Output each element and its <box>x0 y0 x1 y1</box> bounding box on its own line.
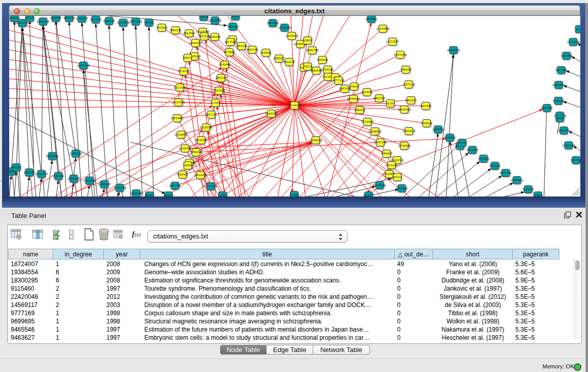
svg-text:954012: 954012 <box>145 194 155 196</box>
svg-text:11123: 11123 <box>576 28 580 31</box>
svg-text:9457791: 9457791 <box>169 184 181 187</box>
svg-text:15692971: 15692971 <box>557 129 570 132</box>
svg-text:16154808: 16154808 <box>377 27 389 30</box>
svg-text:15751074: 15751074 <box>567 40 580 43</box>
svg-text:9084067: 9084067 <box>381 152 393 155</box>
svg-text:6497508: 6497508 <box>339 87 351 90</box>
svg-text:10688609: 10688609 <box>368 130 381 133</box>
svg-text:939197: 939197 <box>458 141 467 144</box>
svg-text:15720407: 15720407 <box>361 120 374 123</box>
svg-text:8454749: 8454749 <box>247 48 258 51</box>
svg-text:9146821: 9146821 <box>260 51 272 54</box>
svg-text:160994: 160994 <box>183 164 193 167</box>
svg-text:5498222: 5498222 <box>190 150 202 154</box>
svg-text:12213389: 12213389 <box>173 86 186 89</box>
svg-text:19166825: 19166825 <box>175 133 187 136</box>
svg-text:1156829: 1156829 <box>24 171 34 174</box>
svg-text:1588527: 1588527 <box>273 57 285 60</box>
svg-text:8912954: 8912954 <box>184 32 195 35</box>
svg-text:2867608: 2867608 <box>236 45 247 48</box>
svg-text:1167534: 1167534 <box>571 159 580 162</box>
svg-text:17359924: 17359924 <box>70 152 82 155</box>
svg-text:9327508: 9327508 <box>225 40 236 43</box>
svg-text:18907249: 18907249 <box>374 141 387 144</box>
svg-text:989021: 989021 <box>183 56 192 59</box>
svg-text:9463627: 9463627 <box>405 99 417 102</box>
svg-text:10807487: 10807487 <box>373 97 386 100</box>
svg-text:9227349: 9227349 <box>556 69 567 72</box>
svg-text:10653267: 10653267 <box>76 17 89 20</box>
svg-text:104523: 104523 <box>218 194 228 196</box>
svg-text:12342757: 12342757 <box>35 172 48 176</box>
svg-text:954671: 954671 <box>25 16 35 19</box>
svg-text:252214: 252214 <box>393 176 402 179</box>
svg-text:8813054: 8813054 <box>267 21 278 25</box>
svg-text:9699695: 9699695 <box>421 122 432 125</box>
svg-text:9474444: 9474444 <box>467 148 478 151</box>
svg-text:1065387: 1065387 <box>50 16 61 19</box>
svg-text:16961758: 16961758 <box>306 49 319 52</box>
svg-text:2803144: 2803144 <box>215 76 227 79</box>
svg-text:19384554: 19384554 <box>310 139 322 142</box>
svg-text:12353594: 12353594 <box>200 126 212 129</box>
svg-text:845061: 845061 <box>12 166 21 169</box>
svg-text:10654965: 10654965 <box>171 117 184 120</box>
svg-text:7485063: 7485063 <box>400 68 411 71</box>
svg-text:751552: 751552 <box>144 21 154 24</box>
svg-text:18300295: 18300295 <box>265 112 278 115</box>
svg-text:2718129: 2718129 <box>178 70 189 73</box>
svg-text:8990448: 8990448 <box>311 69 322 72</box>
svg-text:79515: 79515 <box>303 65 312 68</box>
svg-text:7357224: 7357224 <box>227 25 238 28</box>
svg-text:8427552: 8427552 <box>213 89 225 92</box>
svg-text:20691406: 20691406 <box>37 20 50 23</box>
svg-text:5878352: 5878352 <box>195 139 207 142</box>
svg-text:14136141: 14136141 <box>374 184 386 187</box>
svg-text:5938923: 5938923 <box>444 136 455 139</box>
svg-text:2055721: 2055721 <box>9 16 20 19</box>
svg-text:12505135: 12505135 <box>68 177 80 180</box>
svg-text:10025458: 10025458 <box>398 108 411 111</box>
svg-text:2055724: 2055724 <box>17 21 28 25</box>
svg-text:16914479: 16914479 <box>194 173 207 177</box>
svg-text:16033809: 16033809 <box>209 19 222 22</box>
svg-text:88130: 88130 <box>231 16 239 18</box>
svg-text:2935114: 2935114 <box>478 157 489 160</box>
svg-text:104367: 104367 <box>555 117 565 120</box>
svg-text:10782759: 10782759 <box>114 186 126 189</box>
svg-text:10958107: 10958107 <box>98 183 111 186</box>
svg-text:8186328: 8186328 <box>209 35 221 38</box>
svg-text:15046766: 15046766 <box>179 147 191 150</box>
svg-text:1145192: 1145192 <box>53 174 63 178</box>
svg-text:7632621: 7632621 <box>489 164 500 167</box>
svg-text:9115460: 9115460 <box>420 104 431 107</box>
svg-text:20206551: 20206551 <box>46 155 59 158</box>
svg-text:16648764: 16648764 <box>447 49 460 52</box>
svg-text:7386372: 7386372 <box>354 108 365 112</box>
svg-text:924501: 924501 <box>533 194 543 196</box>
svg-text:3267130: 3267130 <box>206 113 217 116</box>
svg-text:746206: 746206 <box>350 85 359 88</box>
svg-text:1733426: 1733426 <box>396 187 407 190</box>
svg-text:10719155: 10719155 <box>117 21 129 24</box>
svg-text:1244413: 1244413 <box>553 99 564 102</box>
svg-text:10973493: 10973493 <box>394 53 407 56</box>
svg-text:8471676: 8471676 <box>500 171 511 174</box>
svg-text:7663822: 7663822 <box>156 26 167 29</box>
svg-text:169610: 169610 <box>303 39 313 42</box>
svg-text:19218506: 19218506 <box>278 26 291 29</box>
svg-text:1640954: 1640954 <box>432 128 444 131</box>
svg-text:7955812: 7955812 <box>317 58 328 61</box>
svg-text:12975115: 12975115 <box>402 83 415 86</box>
svg-text:9245652: 9245652 <box>522 188 534 191</box>
svg-text:13325419: 13325419 <box>286 34 298 37</box>
svg-text:17016504: 17016504 <box>562 144 575 147</box>
svg-text:19756928: 19756928 <box>398 144 411 147</box>
svg-text:20053346: 20053346 <box>77 64 90 67</box>
svg-text:6466160: 6466160 <box>103 19 115 23</box>
svg-text:12093873: 12093873 <box>552 83 565 86</box>
svg-text:160338: 160338 <box>199 16 209 18</box>
svg-text:7625402: 7625402 <box>177 173 188 176</box>
svg-text:9327503: 9327503 <box>199 35 210 38</box>
svg-text:10654112: 10654112 <box>511 179 523 182</box>
